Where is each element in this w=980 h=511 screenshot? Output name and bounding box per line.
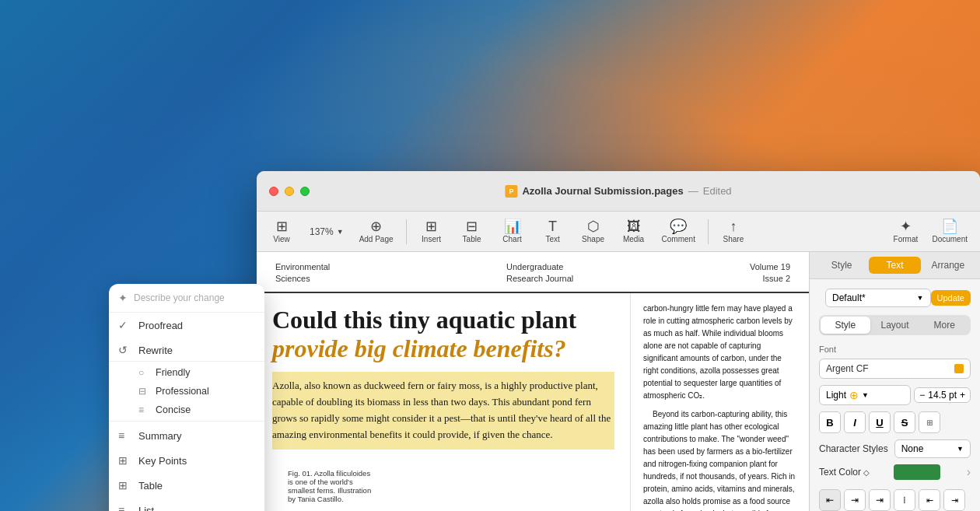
rewrite-icon: ↺ [118,344,131,356]
shape-label: Shape [582,235,604,243]
update-button[interactable]: Update [931,290,971,306]
dropdown-chevron: ▼ [917,294,924,302]
professional-icon: ⊟ [138,386,149,397]
fig-caption-3: smallest ferns. Illustration [288,486,371,495]
ai-proofread-item[interactable]: ✓ Proofread [109,313,264,338]
insert-button[interactable]: ⊞ Insert [413,216,450,247]
font-weight-value: Light [826,390,846,401]
tab-style[interactable]: Style [816,257,867,274]
comment-label: Comment [662,235,695,243]
article-highlight-text: Azolla, also known as duckweed fern or f… [272,380,611,439]
slt-tab-layout[interactable]: Layout [870,317,920,334]
color-expand-icon: › [967,465,971,479]
article-right-col: carbon-hungry little fern may have playe… [630,293,809,511]
underline-button[interactable]: U [869,411,891,433]
ai-rewrite-item[interactable]: ↺ Rewrite [109,338,264,362]
doc-icon: P [505,185,517,198]
baseline-button[interactable]: ⊞ [919,411,940,433]
font-size-decrease[interactable]: − [918,390,926,401]
ai-keypoints-item[interactable]: ⊞ Key Points [109,448,264,473]
font-size-control[interactable]: − 14.5 pt + [914,387,971,403]
document-title: Azolla Journal Submission.pages [522,185,683,197]
panel-body: Default* ▼ Update Style Layout More Font… [810,279,980,511]
align-left-button[interactable]: ⇤ [819,489,841,511]
minimize-button[interactable] [285,187,294,196]
text-color-icon: ◇ [863,468,870,477]
ai-input-area: ✦ Describe your change [109,284,264,313]
slt-tab-style[interactable]: Style [821,317,870,334]
fig-caption-4: by Tania Castillo. [288,495,371,503]
font-weight-dropdown[interactable]: Light ⊕ ▼ [819,385,911,405]
align-center-button[interactable]: ⇥ [844,489,866,511]
share-button[interactable]: ↑ Share [715,216,752,247]
figure-area: Fig. 01. Azolla filiculoides is one of t… [272,463,387,503]
zoom-control[interactable]: 137% ▼ [303,223,350,240]
tab-arrange[interactable]: Arrange [922,257,974,274]
doc-icon-label: P [509,187,513,195]
document-area: Environmental Sciences Undergraduate Res… [257,252,809,511]
ai-friendly-item[interactable]: ○ Friendly [138,363,264,382]
chart-button[interactable]: 📊 Chart [494,216,531,247]
header-col2-line1: Undergraduate [506,261,573,273]
ai-professional-item[interactable]: ⊟ Professional [138,382,264,401]
italic-button[interactable]: I [844,411,866,433]
table-popup-icon: ⊞ [118,479,131,492]
ai-list-item[interactable]: ≡ List [109,498,264,511]
article-title-line2: provide big climate benefits? [272,334,566,362]
view-icon: ⊞ [276,219,288,233]
friendly-label: Friendly [156,367,190,378]
list-icon: ≡ [118,504,131,511]
ai-divider-1 [109,421,264,422]
font-size-increase[interactable]: + [958,390,967,401]
right-col-text: carbon-hungry little fern may have playe… [643,303,796,511]
ai-summary-item[interactable]: ≡ Summary [109,423,264,448]
header-col-2: Undergraduate Research Journal [506,261,573,285]
font-name-value: Argent CF [826,363,869,374]
font-label: Font [819,345,971,354]
char-styles-dropdown[interactable]: None ▼ [894,439,971,458]
comment-button[interactable]: 💬 Comment [656,216,702,247]
format-tab[interactable]: ✦ Format [887,216,924,247]
media-button[interactable]: 🖼 Media [615,216,653,247]
font-size-value: 14.5 pt [928,390,957,401]
document-tab[interactable]: 📄 Document [926,216,974,247]
close-button[interactable] [269,187,278,196]
header-col1-line2: Sciences [275,273,330,285]
share-label: Share [723,235,744,243]
text-button[interactable]: T Text [534,216,572,247]
add-page-button[interactable]: ⊕ Add Page [353,216,400,247]
article-title: Could this tiny aquatic plant provide bi… [272,306,614,363]
align-justify-button[interactable]: ⁞ [894,489,915,511]
font-name-row[interactable]: Argent CF [819,359,971,379]
keypoints-label: Key Points [138,455,187,467]
shape-icon: ⬡ [587,219,600,233]
text-color-swatch[interactable] [894,464,940,480]
shape-button[interactable]: ⬡ Shape [575,216,612,247]
toolbar-divider-1 [406,219,407,244]
indent-decrease-button[interactable]: ⇤ [919,489,940,511]
slt-tab-more[interactable]: More [919,317,969,334]
tab-text[interactable]: Text [869,257,920,274]
fullscreen-button[interactable] [300,187,310,196]
default-style-dropdown[interactable]: Default* ▼ [825,289,931,307]
ai-input-placeholder[interactable]: Describe your change [134,292,255,303]
text-format-buttons: B I U S ⊞ [819,411,971,433]
align-right-button[interactable]: ⇥ [869,489,891,511]
content-area: Environmental Sciences Undergraduate Res… [257,252,980,511]
page-header: Environmental Sciences Undergraduate Res… [257,252,809,293]
ai-table-item[interactable]: ⊞ Table [109,473,264,498]
fig-caption-1: Fig. 01. Azolla filiculoides [288,469,371,478]
bold-button[interactable]: B [819,411,841,433]
table-button[interactable]: ⊟ Table [453,216,491,247]
text-color-row: Text Color ◇ › [819,464,971,480]
strikethrough-button[interactable]: S [894,411,915,433]
professional-label: Professional [156,386,209,397]
document-label: Document [932,235,968,243]
ai-concise-item[interactable]: ≡ Concise [138,401,264,419]
header-col1-line1: Environmental [275,261,330,273]
main-window: P Azolla Journal Submission.pages — Edit… [257,171,980,511]
view-button[interactable]: ⊞ View [263,216,300,247]
window-title-area: P Azolla Journal Submission.pages — Edit… [505,185,731,198]
indent-increase-button[interactable]: ⇥ [943,489,965,511]
concise-label: Concise [156,404,191,415]
